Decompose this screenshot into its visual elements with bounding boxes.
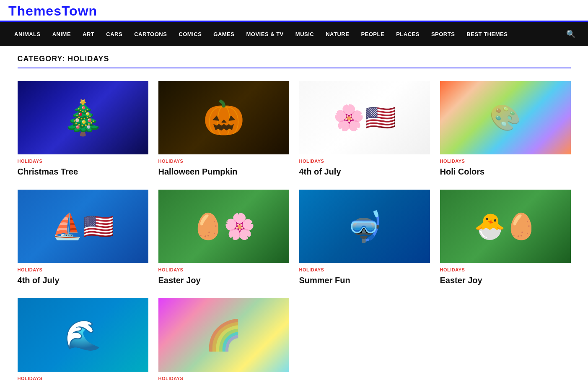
card-category-label: HOLIDAYS <box>440 267 571 272</box>
card-title: Summer Fun <box>299 275 430 286</box>
card-category-label: HOLIDAYS <box>18 376 148 381</box>
card-title: Halloween Pumpkin <box>158 166 289 177</box>
nav-item-best-themes[interactable]: BEST THEMES <box>461 23 513 45</box>
card-image <box>299 190 430 263</box>
card-thumbnail <box>158 81 289 154</box>
card-image <box>18 190 148 263</box>
page-content: CATEGORY: HOLIDAYS HOLIDAYS Christmas Tr… <box>9 46 579 391</box>
nav-item-art[interactable]: ART <box>77 23 100 45</box>
card-item[interactable]: HOLIDAYS Halloween Pumpkin <box>158 81 289 177</box>
card-image <box>299 81 430 154</box>
search-icon[interactable]: 🔍 <box>562 22 580 46</box>
card-thumbnail <box>18 298 148 372</box>
card-thumbnail <box>440 81 571 154</box>
nav-item-nature[interactable]: NATURE <box>320 23 355 45</box>
card-thumbnail <box>18 190 148 263</box>
card-title: Holi Colors <box>440 166 571 177</box>
card-item[interactable]: HOLIDAYS Christmas Tree <box>18 81 148 177</box>
card-item[interactable]: HOLIDAYS 4th of July <box>299 81 430 177</box>
category-heading: CATEGORY: HOLIDAYS <box>18 55 571 68</box>
card-item[interactable]: HOLIDAYS Easter Joy <box>440 190 571 286</box>
nav-item-games[interactable]: GAMES <box>207 23 240 45</box>
nav-item-movies---tv[interactable]: MOVIES & TV <box>241 23 290 45</box>
card-category-label: HOLIDAYS <box>158 376 289 381</box>
card-item[interactable]: HOLIDAYS <box>158 298 289 383</box>
card-category-label: HOLIDAYS <box>299 159 430 164</box>
nav-item-cars[interactable]: CARS <box>100 23 128 45</box>
main-nav: ANIMALSANIMEARTCARSCARTOONSCOMICSGAMESMO… <box>0 22 588 46</box>
nav-item-cartoons[interactable]: CARTOONS <box>128 23 173 45</box>
card-item[interactable]: HOLIDAYS 4th of July <box>18 190 148 286</box>
card-category-label: HOLIDAYS <box>440 159 571 164</box>
card-thumbnail <box>299 190 430 263</box>
card-category-label: HOLIDAYS <box>18 159 148 164</box>
card-item[interactable]: HOLIDAYS <box>18 298 148 383</box>
nav-item-comics[interactable]: COMICS <box>173 23 207 45</box>
logo-bar: ThemesTown <box>0 0 588 22</box>
card-image <box>440 190 571 263</box>
card-category-label: HOLIDAYS <box>158 267 289 272</box>
card-item[interactable]: HOLIDAYS Summer Fun <box>299 190 430 286</box>
nav-item-people[interactable]: PEOPLE <box>355 23 390 45</box>
nav-item-anime[interactable]: ANIME <box>47 23 77 45</box>
card-thumbnail <box>158 190 289 263</box>
card-image <box>18 81 148 154</box>
card-category-label: HOLIDAYS <box>18 267 148 272</box>
card-image <box>18 298 148 372</box>
card-image <box>440 81 571 154</box>
card-title: Easter Joy <box>440 275 571 286</box>
card-title: Easter Joy <box>158 275 289 286</box>
card-thumbnail <box>18 81 148 154</box>
card-grid: HOLIDAYS Christmas Tree HOLIDAYS Hallowe… <box>18 81 571 383</box>
nav-item-animals[interactable]: ANIMALS <box>8 23 47 45</box>
card-image <box>158 190 289 263</box>
nav-item-music[interactable]: MUSIC <box>290 23 320 45</box>
card-thumbnail <box>158 298 289 372</box>
card-title: Christmas Tree <box>18 166 148 177</box>
nav-item-sports[interactable]: SPORTS <box>425 23 461 45</box>
nav-item-places[interactable]: PLACES <box>390 23 425 45</box>
site-logo[interactable]: ThemesTown <box>8 3 97 18</box>
card-category-label: HOLIDAYS <box>158 159 289 164</box>
card-item[interactable]: HOLIDAYS Easter Joy <box>158 190 289 286</box>
card-image <box>158 298 289 372</box>
card-image <box>158 81 289 154</box>
card-item[interactable]: HOLIDAYS Holi Colors <box>440 81 571 177</box>
card-thumbnail <box>440 190 571 263</box>
card-title: 4th of July <box>18 275 148 286</box>
card-thumbnail <box>299 81 430 154</box>
card-title: 4th of July <box>299 166 430 177</box>
card-category-label: HOLIDAYS <box>299 267 430 272</box>
